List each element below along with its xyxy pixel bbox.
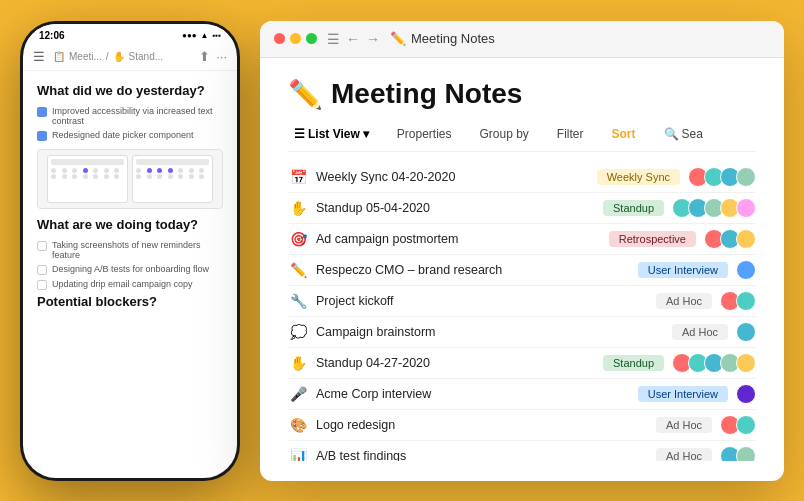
breadcrumb-label-2[interactable]: Stand...	[129, 51, 163, 62]
avatar	[736, 198, 756, 218]
avatar	[736, 384, 756, 404]
row-icon: 📅	[288, 169, 308, 185]
row-tag[interactable]: Ad Hoc	[656, 417, 712, 433]
list-view-label: List View	[308, 127, 360, 141]
search-button[interactable]: 🔍 Sea	[658, 125, 709, 143]
traffic-lights	[274, 33, 317, 44]
table-row[interactable]: 📅Weekly Sync 04-20-2020Weekly Sync	[288, 162, 756, 193]
row-icon: ✋	[288, 355, 308, 371]
row-title: Respeczo CMO – brand research	[316, 263, 630, 277]
breadcrumb-label-1[interactable]: Meeti...	[69, 51, 102, 62]
checkbox-4[interactable]	[37, 265, 47, 275]
table-row[interactable]: ✏️Respeczo CMO – brand researchUser Inte…	[288, 255, 756, 286]
row-title: A/B test findings	[316, 449, 648, 461]
row-tag[interactable]: User Interview	[638, 386, 728, 402]
phone-section-heading-3: Potential blockers?	[37, 294, 223, 309]
row-icon: 🎨	[288, 417, 308, 433]
avatar	[736, 167, 756, 187]
filter-button[interactable]: Filter	[551, 125, 590, 143]
window-nav: ☰ ← →	[327, 31, 380, 47]
phone-section-heading-1: What did we do yesterday?	[37, 83, 223, 98]
minimize-button[interactable]	[290, 33, 301, 44]
more-icon[interactable]: ···	[216, 49, 227, 64]
desktop-window: ☰ ← → ✏️ Meeting Notes ✏️ Meeting Notes …	[260, 21, 784, 481]
table-row[interactable]: 🎯Ad campaign postmortemRetrospective	[288, 224, 756, 255]
checkbox-3[interactable]	[37, 241, 47, 251]
list-view-button[interactable]: ☰ List View ▾	[288, 125, 375, 143]
row-title: Standup 05-04-2020	[316, 201, 595, 215]
row-tag[interactable]: Standup	[603, 200, 664, 216]
checkbox-1[interactable]	[37, 107, 47, 117]
check-text-1: Improved accessibility via increased tex…	[52, 106, 223, 126]
row-icon: 📊	[288, 448, 308, 461]
row-avatars	[672, 353, 756, 373]
row-tag[interactable]: Ad Hoc	[656, 448, 712, 461]
menu-lines-icon[interactable]: ☰	[327, 31, 340, 47]
table-row[interactable]: 🎤Acme Corp interviewUser Interview	[288, 379, 756, 410]
check-item-3: Taking screenshots of new reminders feat…	[37, 240, 223, 260]
table-row[interactable]: 💭Campaign brainstormAd Hoc	[288, 317, 756, 348]
filter-label: Filter	[557, 127, 584, 141]
properties-button[interactable]: Properties	[391, 125, 458, 143]
row-title: Ad campaign postmortem	[316, 232, 601, 246]
checkbox-5[interactable]	[37, 280, 47, 290]
breadcrumb: 📋 Meeti... / ✋ Stand...	[53, 51, 191, 62]
window-content: ✏️ Meeting Notes ☰ List View ▾ Propertie…	[260, 58, 784, 481]
search-text: Sea	[682, 127, 703, 141]
check-text-3: Taking screenshots of new reminders feat…	[52, 240, 223, 260]
table-row[interactable]: 🔧Project kickoffAd Hoc	[288, 286, 756, 317]
check-item-1: Improved accessibility via increased tex…	[37, 106, 223, 126]
row-icon: 💭	[288, 324, 308, 340]
avatar	[736, 291, 756, 311]
title-emoji: ✏️	[390, 31, 406, 46]
row-icon: 🎤	[288, 386, 308, 402]
group-by-label: Group by	[480, 127, 529, 141]
check-text-4: Designing A/B tests for onboarding flow	[52, 264, 209, 274]
sort-label: Sort	[612, 127, 636, 141]
title-text: Meeting Notes	[411, 31, 495, 46]
sort-button[interactable]: Sort	[606, 125, 642, 143]
table-row[interactable]: ✋Standup 05-04-2020Standup	[288, 193, 756, 224]
back-icon[interactable]: ←	[346, 31, 360, 47]
row-avatars	[720, 446, 756, 461]
table-row[interactable]: ✋Standup 04-27-2020Standup	[288, 348, 756, 379]
avatar	[736, 415, 756, 435]
list-view-chevron: ▾	[363, 127, 369, 141]
row-title: Project kickoff	[316, 294, 648, 308]
row-avatars	[720, 291, 756, 311]
row-icon: 🎯	[288, 231, 308, 247]
row-title: Standup 04-27-2020	[316, 356, 595, 370]
checkbox-2[interactable]	[37, 131, 47, 141]
row-icon: ✏️	[288, 262, 308, 278]
window-title: ✏️ Meeting Notes	[390, 31, 495, 46]
row-tag[interactable]: Retrospective	[609, 231, 696, 247]
row-tag[interactable]: Ad Hoc	[672, 324, 728, 340]
row-tag[interactable]: Ad Hoc	[656, 293, 712, 309]
maximize-button[interactable]	[306, 33, 317, 44]
meeting-notes-table: 📅Weekly Sync 04-20-2020Weekly Sync✋Stand…	[288, 162, 756, 461]
row-tag[interactable]: User Interview	[638, 262, 728, 278]
row-avatars	[688, 167, 756, 187]
row-icon: ✋	[288, 200, 308, 216]
list-view-icon: ☰	[294, 127, 305, 141]
calendar-before	[47, 155, 128, 203]
page-title-text: Meeting Notes	[331, 78, 522, 110]
page-title-emoji: ✏️	[288, 78, 323, 111]
share-icon[interactable]: ⬆	[199, 49, 210, 64]
phone-toolbar: ☰ 📋 Meeti... / ✋ Stand... ⬆ ···	[23, 43, 237, 71]
row-avatars	[704, 229, 756, 249]
group-by-button[interactable]: Group by	[474, 125, 535, 143]
row-avatars	[720, 415, 756, 435]
window-titlebar: ☰ ← → ✏️ Meeting Notes	[260, 21, 784, 58]
menu-icon[interactable]: ☰	[33, 49, 45, 64]
close-button[interactable]	[274, 33, 285, 44]
table-row[interactable]: 🎨Logo redesignAd Hoc	[288, 410, 756, 441]
avatar	[736, 446, 756, 461]
row-avatars	[736, 322, 756, 342]
battery-icon: ▪▪▪	[212, 31, 221, 40]
phone-time: 12:06	[39, 30, 65, 41]
row-tag[interactable]: Weekly Sync	[597, 169, 680, 185]
table-row[interactable]: 📊A/B test findingsAd Hoc	[288, 441, 756, 461]
forward-icon[interactable]: →	[366, 31, 380, 47]
row-tag[interactable]: Standup	[603, 355, 664, 371]
